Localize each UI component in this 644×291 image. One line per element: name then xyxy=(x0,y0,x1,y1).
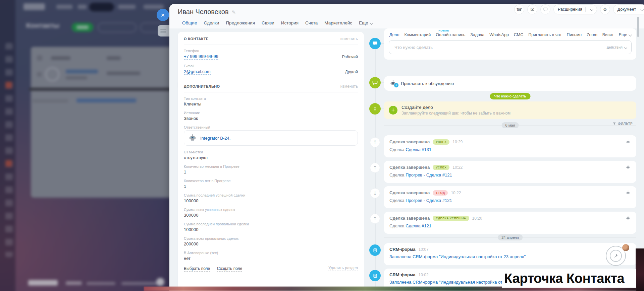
edit-pencil-icon[interactable]: ✎ xyxy=(232,9,236,15)
additional-card: ДОПОЛНИТЕЛЬНО изменить Тип контакта Клие… xyxy=(178,79,364,291)
header-actions: ☎ ✉ Расширения ⚙ Документ xyxy=(514,4,644,14)
field-value: 200000 xyxy=(184,241,358,246)
tab-predlozheniya[interactable]: Предложения xyxy=(226,20,255,25)
field-value: 300000 xyxy=(184,213,358,218)
tab-more[interactable]: Еще xyxy=(359,20,372,25)
timeline-tab-letter[interactable]: Письмо xyxy=(567,32,582,37)
entry-title: CRM-форма xyxy=(389,247,416,252)
discussion-chat-icon xyxy=(369,77,381,88)
divider xyxy=(184,92,358,92)
tab-svyazi[interactable]: Связи xyxy=(262,20,274,25)
select-field-link[interactable]: Выбрать поле xyxy=(184,266,210,272)
phone-value-link[interactable]: +7 999 999-99-99 xyxy=(184,54,218,60)
field-label: В Автоворонке (тех) xyxy=(184,251,358,255)
timeline-tab-comment[interactable]: Комментарий xyxy=(404,32,431,37)
tab-marketplace[interactable]: Маркетплейс xyxy=(324,20,352,25)
field-label: Тип контакта xyxy=(184,96,358,100)
create-field-link[interactable]: Создать поле xyxy=(217,266,243,272)
vertical-scrollbar[interactable] xyxy=(637,17,639,37)
settings-button[interactable]: ⚙ xyxy=(600,4,610,14)
timeline-tab-delo[interactable]: Дело xyxy=(389,32,399,37)
document-button[interactable]: Документ xyxy=(613,4,644,14)
invite-to-discussion[interactable]: + Пригласить к обсуждению xyxy=(384,76,636,91)
deal-link[interactable]: Сделка #121 xyxy=(406,223,431,228)
deal-link[interactable]: Прогрев - Сделка #121 xyxy=(406,172,452,177)
chat-button-disabled xyxy=(540,4,550,14)
tab-istoriya[interactable]: История xyxy=(281,20,299,25)
timeline-tab-online-booking[interactable]: НОВОЕ Онлайн-запись xyxy=(436,32,465,37)
robot-author-icon xyxy=(625,190,631,196)
chevron-down-icon xyxy=(640,7,644,11)
timeline-filter-button[interactable]: ФИЛЬТР xyxy=(612,122,633,126)
chevron-down-icon xyxy=(590,7,593,11)
arrow-up-icon: ↑ xyxy=(370,163,380,173)
responsible-user-link[interactable]: Integrator B-24. xyxy=(200,136,230,141)
delete-section-link[interactable]: Удалить раздел xyxy=(328,266,358,271)
timeline-tab-invite-chat[interactable]: Пригласить в чат xyxy=(528,32,561,37)
field-label: Ответственный xyxy=(184,125,358,129)
timeline-tab-visit[interactable]: Визит xyxy=(602,32,614,37)
robot-author-icon xyxy=(625,164,631,170)
info-icon xyxy=(369,103,381,115)
arrow-down-icon: ↓ xyxy=(370,188,380,198)
email-button[interactable]: ✉ xyxy=(527,4,537,14)
close-icon[interactable]: × xyxy=(157,9,169,21)
tab-sdelki[interactable]: Сделки xyxy=(204,20,219,25)
new-badge: НОВОЕ xyxy=(438,29,449,32)
chevron-down-icon xyxy=(624,46,627,49)
entry-time: 10:22 xyxy=(451,191,461,195)
field-value: 100000 xyxy=(184,198,358,203)
tab-scheta[interactable]: Счета xyxy=(305,20,318,25)
timeline-tab-more[interactable]: Еще xyxy=(619,32,631,37)
actions-dropdown[interactable]: действия xyxy=(607,45,627,49)
email-type-label: Другой xyxy=(341,70,358,74)
deal-link[interactable]: Сделка #131 xyxy=(406,147,431,152)
divider xyxy=(585,7,586,12)
timeline-entry: Сделка завершена УСПЕХ 10:29 Сделка Сдел… xyxy=(384,135,636,157)
edit-link[interactable]: изменить xyxy=(340,84,358,89)
tab-obshchie[interactable]: Общие xyxy=(182,20,197,25)
crm-form-icon xyxy=(369,270,381,281)
phone-label: Телефон xyxy=(184,49,358,53)
edit-link[interactable]: изменить xyxy=(340,37,358,41)
field-label: Количество лет в Прогреве xyxy=(184,179,358,183)
plus-icon: + xyxy=(389,106,397,115)
field-label: Сумма последней успешной сделки xyxy=(184,193,358,197)
field-value: отсутствуют xyxy=(184,155,358,160)
timeline-tab-sms[interactable]: СМС xyxy=(514,32,523,37)
robot-author-icon xyxy=(625,215,631,221)
field-value: Звонок xyxy=(184,116,358,121)
todo-input[interactable] xyxy=(394,45,603,50)
timeline-tab-task[interactable]: Задача xyxy=(470,32,484,37)
email-label: E-mail xyxy=(184,64,358,68)
field-label: Сумма последней провальной сделки xyxy=(184,222,358,226)
funnel-icon xyxy=(612,122,616,126)
date-chip: 24 апреля xyxy=(498,234,523,240)
status-badge: 1 ГОД xyxy=(433,190,448,196)
gear-icon: ⚙ xyxy=(603,7,607,12)
call-button[interactable]: ☎ xyxy=(514,4,524,14)
entry-title: Сделка завершена xyxy=(389,165,430,170)
todo-input-box: действия xyxy=(389,40,632,54)
create-task-banner[interactable]: + Создайте дело Запланируйте следующий ш… xyxy=(384,101,636,119)
extensions-button[interactable]: Расширения xyxy=(553,4,597,14)
field-value: Клиенты xyxy=(184,101,358,106)
page-title: Иван Человеков xyxy=(178,8,229,15)
email-value-link[interactable]: 2@gmail.com xyxy=(184,69,211,75)
banner-title: Создайте дело xyxy=(401,105,511,110)
status-badge: УСПЕХ xyxy=(433,139,449,145)
robot-avatar: + xyxy=(389,80,397,87)
entry-time: 10:20 xyxy=(472,216,482,221)
responsible-user-box[interactable]: Integrator B-24. xyxy=(184,130,358,146)
contact-title-row: Иван Человеков✎ xyxy=(178,8,236,16)
field-label: Количество месяцев в Прогреве xyxy=(184,164,358,168)
entry-title: Сделка завершена xyxy=(389,216,430,221)
plus-icon: + xyxy=(394,83,399,88)
field-value: 100000 xyxy=(184,227,358,232)
timeline-tab-whatsapp[interactable]: WhatsApp xyxy=(489,32,509,37)
timeline-tabs: Дело Комментарий НОВОЕ Онлайн-запись Зад… xyxy=(384,28,636,37)
deal-link[interactable]: Прогрев - Сделка #121 xyxy=(406,198,452,203)
arrow-up-icon: ↑ xyxy=(370,137,380,147)
timeline-tab-zoom[interactable]: Zoom xyxy=(587,32,597,37)
crm-form-link[interactable]: Заполнена CRM-форма "Индивидуальная наст… xyxy=(389,254,526,259)
